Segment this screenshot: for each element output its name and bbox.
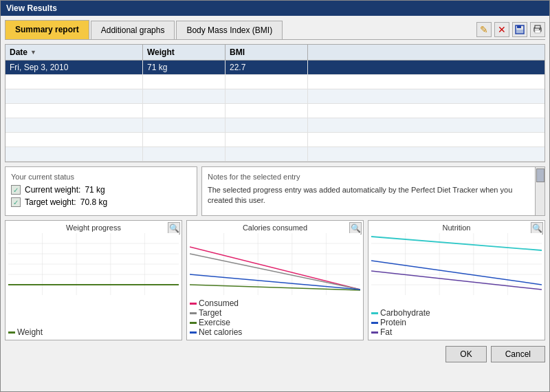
chart-weight: Weight progress 🔍 bbox=[5, 220, 182, 340]
chart-weight-legend: Weight bbox=[8, 327, 179, 337]
notes-title: Notes for the selected entry bbox=[208, 173, 539, 181]
legend-carb: Carbohydrate bbox=[371, 308, 542, 318]
table-header: Date ▼ Weight BMI bbox=[6, 45, 544, 61]
bottom-section: Your current status ✓ Current weight: 71… bbox=[5, 166, 545, 216]
legend-color-weight bbox=[8, 331, 15, 334]
table-row[interactable]: Fri, Sep 3, 2010 71 kg 22.7 bbox=[6, 61, 544, 75]
cell-bmi: 22.7 bbox=[226, 61, 308, 74]
sort-arrow-date: ▼ bbox=[30, 49, 36, 56]
main-window: View Results Summary report Additional g… bbox=[0, 0, 550, 392]
chart-calories-title: Calories consumed bbox=[190, 224, 360, 232]
svg-rect-5 bbox=[535, 30, 540, 33]
table-row[interactable] bbox=[6, 133, 544, 147]
charts-section: Weight progress 🔍 bbox=[5, 220, 545, 340]
table-body: Fri, Sep 3, 2010 71 kg 22.7 bbox=[6, 61, 544, 162]
delete-button[interactable]: ✕ bbox=[494, 22, 509, 37]
tab-summary[interactable]: Summary report bbox=[5, 20, 89, 39]
tab-bmi[interactable]: Body Mass Index (BMI) bbox=[176, 21, 283, 39]
ok-button[interactable]: OK bbox=[446, 346, 486, 362]
cell-date: Fri, Sep 3, 2010 bbox=[6, 61, 143, 74]
scrollbar[interactable] bbox=[535, 167, 544, 215]
target-weight-label: Target weight: bbox=[25, 197, 76, 207]
legend-net-calories: Net calories bbox=[190, 327, 360, 337]
current-weight-label: Current weight: bbox=[25, 185, 80, 195]
content-area: Summary report Additional graphs Body Ma… bbox=[1, 16, 549, 391]
status-title: Your current status bbox=[11, 173, 191, 181]
weight-chart-svg bbox=[8, 233, 179, 295]
cell-extra bbox=[308, 61, 544, 74]
title-bar: View Results bbox=[1, 1, 549, 16]
cell-extra bbox=[308, 75, 544, 89]
col-date: Date ▼ bbox=[6, 45, 143, 60]
chart-calories: Calories consumed 🔍 bbox=[186, 220, 364, 340]
target-weight-value: 70.8 kg bbox=[80, 197, 107, 207]
tab-additional-graphs[interactable]: Additional graphs bbox=[91, 21, 175, 39]
scrollbar-thumb[interactable] bbox=[536, 168, 544, 182]
target-weight-check: ✓ bbox=[11, 197, 21, 207]
col-bmi: BMI bbox=[226, 45, 308, 60]
chart-nutrition-area bbox=[371, 233, 542, 307]
cell-date bbox=[6, 75, 143, 89]
data-table: Date ▼ Weight BMI Fri, Sep 3, 2010 71 kg… bbox=[5, 44, 545, 162]
cell-weight bbox=[143, 75, 226, 89]
chart-weight-title: Weight progress bbox=[8, 224, 179, 232]
chart-nutrition: Nutrition 🔍 bbox=[368, 220, 545, 340]
current-weight-row: ✓ Current weight: 71 kg bbox=[11, 185, 191, 195]
legend-color-protein bbox=[371, 322, 378, 324]
legend-color-target bbox=[190, 312, 197, 314]
table-row[interactable] bbox=[6, 118, 544, 133]
legend-color-net bbox=[190, 331, 197, 334]
legend-fat: Fat bbox=[371, 327, 542, 337]
current-weight-check: ✓ bbox=[11, 185, 21, 195]
print-button[interactable] bbox=[530, 22, 545, 37]
save-icon bbox=[515, 25, 525, 34]
nutrition-chart-svg bbox=[371, 233, 542, 295]
cell-weight: 71 kg bbox=[143, 61, 226, 74]
chart-nutrition-legend: Carbohydrate Protein Fat bbox=[371, 308, 542, 337]
target-weight-row: ✓ Target weight: 70.8 kg bbox=[11, 197, 191, 207]
calories-chart-svg bbox=[190, 233, 360, 295]
cancel-button[interactable]: Cancel bbox=[491, 346, 545, 362]
col-weight: Weight bbox=[143, 45, 226, 60]
cell-bmi bbox=[226, 75, 308, 89]
svg-point-6 bbox=[539, 29, 540, 30]
current-weight-value: 71 kg bbox=[85, 185, 104, 195]
table-row[interactable] bbox=[6, 75, 544, 89]
legend-target: Target bbox=[190, 308, 360, 318]
chart-calories-area bbox=[190, 233, 360, 297]
col-extra bbox=[308, 45, 544, 60]
legend-color-fat bbox=[371, 331, 378, 334]
window-title: View Results bbox=[6, 3, 57, 13]
chart-weight-area bbox=[8, 233, 179, 326]
legend-protein: Protein bbox=[371, 318, 542, 327]
chart-calories-legend: Consumed Target Exercise Net calories bbox=[190, 298, 360, 337]
svg-rect-1 bbox=[517, 25, 521, 28]
table-row[interactable] bbox=[6, 104, 544, 118]
legend-consumed: Consumed bbox=[190, 298, 360, 308]
legend-color-exercise bbox=[190, 322, 197, 324]
save-button[interactable] bbox=[512, 22, 527, 37]
notes-box: Notes for the selected entry The selecte… bbox=[201, 166, 545, 216]
legend-color-carb bbox=[371, 312, 378, 314]
legend-exercise: Exercise bbox=[190, 318, 360, 327]
legend-color-consumed bbox=[190, 303, 197, 305]
tabs-toolbar: Summary report Additional graphs Body Ma… bbox=[5, 20, 545, 40]
notes-content: The selected progress entry was added au… bbox=[208, 185, 539, 206]
toolbar-icons: ✎ ✕ bbox=[476, 22, 545, 37]
status-box: Your current status ✓ Current weight: 71… bbox=[5, 166, 197, 216]
legend-weight: Weight bbox=[8, 327, 179, 337]
chart-nutrition-title: Nutrition bbox=[371, 224, 542, 232]
table-row[interactable] bbox=[6, 89, 544, 104]
table-row[interactable] bbox=[6, 147, 544, 162]
button-bar: OK Cancel bbox=[5, 346, 545, 362]
svg-rect-2 bbox=[516, 30, 523, 33]
svg-rect-4 bbox=[535, 25, 540, 28]
print-icon bbox=[533, 25, 542, 34]
edit-button[interactable]: ✎ bbox=[476, 22, 492, 37]
